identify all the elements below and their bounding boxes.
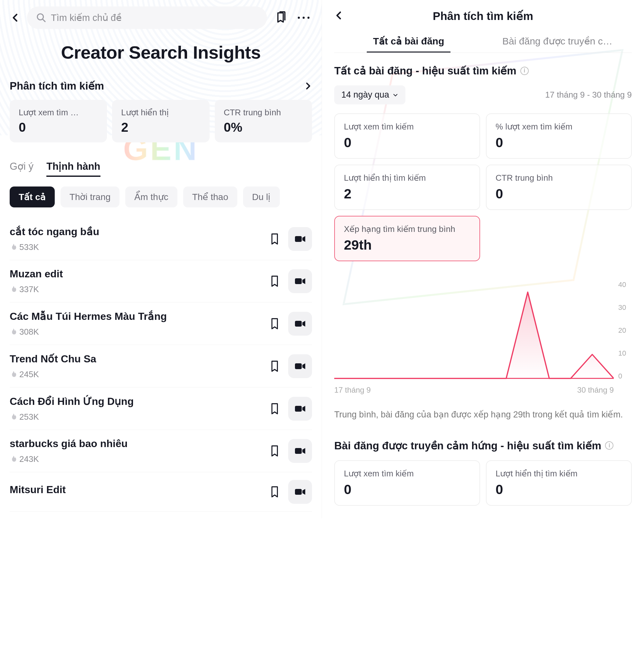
chip-food[interactable]: Ẩm thực — [125, 186, 177, 208]
bookmark-button[interactable] — [268, 317, 282, 331]
stat-card-search-views[interactable]: Lượt xem tìm … 0 — [10, 100, 107, 142]
info-icon[interactable]: i — [520, 67, 529, 75]
chip-travel[interactable]: Du lị — [243, 186, 280, 208]
topic-row[interactable]: Các Mẫu Túi Hermes Màu Trắng308K — [10, 302, 312, 345]
video-button[interactable] — [288, 397, 312, 421]
video-button[interactable] — [288, 227, 312, 251]
topic-actions — [268, 312, 312, 336]
bookmark-icon — [269, 317, 280, 330]
back-button[interactable] — [10, 12, 21, 24]
metric-value: 0 — [344, 482, 470, 497]
stat-label: CTR trung bình — [224, 108, 303, 117]
page-title: Creator Search Insights — [10, 42, 312, 63]
metric-label: CTR trung bình — [496, 173, 622, 183]
analytics-section-label: Phân tích tìm kiếm — [10, 80, 104, 92]
stat-card-impressions[interactable]: Lượt hiển thị 2 — [112, 100, 209, 142]
info-icon[interactable]: i — [605, 441, 613, 450]
section-all-posts-title: Tất cả bài đăng - hiệu suất tìm kiếm — [334, 65, 516, 77]
y-tick: 40 — [618, 281, 626, 289]
flame-icon — [10, 285, 17, 294]
tab-all-posts[interactable]: Tất cả bài đăng — [334, 35, 483, 53]
metric2-search-impressions[interactable]: Lượt hiển thị tìm kiếm 0 — [486, 460, 632, 506]
video-button[interactable] — [288, 269, 312, 293]
metric-avg-ctr[interactable]: CTR trung bình 0 — [486, 165, 632, 210]
svg-rect-11 — [295, 489, 302, 495]
date-range-text: 17 tháng 9 - 30 tháng 9 — [545, 90, 632, 100]
bookmark-button[interactable] — [268, 359, 282, 373]
video-button[interactable] — [288, 480, 312, 504]
topic-info: Các Mẫu Túi Hermes Màu Trắng308K — [10, 310, 167, 337]
topic-row[interactable]: Cách Đổi Hình Ứng Dụng253K — [10, 387, 312, 430]
video-button[interactable] — [288, 354, 312, 378]
metric-value: 0 — [496, 186, 622, 202]
tab-suggest[interactable]: Gợi ý — [10, 160, 33, 177]
video-icon — [295, 447, 305, 455]
topic-row[interactable]: starbucks giá bao nhiêu243K — [10, 430, 312, 472]
chevron-down-icon — [392, 92, 398, 98]
video-button[interactable] — [288, 312, 312, 336]
metric-pct-search-views[interactable]: % lượt xem tìm kiếm 0 — [486, 113, 632, 159]
svg-line-1 — [43, 19, 45, 22]
chart-x-axis: 17 tháng 9 30 tháng 9 — [334, 386, 632, 395]
tab-trending[interactable]: Thịnh hành — [46, 160, 100, 177]
stats-row: Lượt xem tìm … 0 Lượt hiển thị 2 CTR tru… — [10, 100, 312, 142]
bookmark-button[interactable] — [268, 485, 282, 499]
metric-search-impressions[interactable]: Lượt hiển thị tìm kiếm 2 — [334, 165, 480, 210]
topic-meta: 337K — [10, 284, 63, 295]
bookmark-button[interactable] — [268, 402, 282, 416]
left-panel: GEN Tìm kiếm chủ đề Creator Search Insig… — [0, 0, 322, 518]
topic-info: Muzan edit337K — [10, 268, 63, 295]
search-input[interactable]: Tìm kiếm chủ đề — [27, 6, 267, 29]
tab-inspired-posts[interactable]: Bài đăng được truyền c… — [483, 35, 632, 53]
metric2-search-views[interactable]: Lượt xem tìm kiếm 0 — [334, 460, 480, 506]
search-icon — [36, 13, 46, 23]
metric-avg-rank[interactable]: Xếp hạng tìm kiếm trung bình 29th — [334, 216, 480, 261]
analytics-section-link[interactable]: Phân tích tìm kiếm — [10, 80, 312, 92]
topic-row[interactable]: Trend Nốt Chu Sa245K — [10, 345, 312, 387]
bookmark-button[interactable] — [268, 444, 282, 458]
topic-row[interactable]: Mitsuri Edit — [10, 472, 312, 512]
chip-fashion[interactable]: Thời trang — [60, 186, 120, 208]
video-button[interactable] — [288, 439, 312, 463]
metric-label: Lượt hiển thị tìm kiếm — [496, 469, 622, 479]
svg-point-4 — [307, 17, 310, 19]
ellipsis-icon — [297, 16, 310, 19]
topic-meta: 245K — [10, 369, 96, 380]
metric-search-views[interactable]: Lượt xem tìm kiếm 0 — [334, 113, 480, 159]
topic-row[interactable]: Muzan edit337K — [10, 260, 312, 302]
metric-grid-2: Lượt xem tìm kiếm 0 Lượt hiển thị tìm ki… — [334, 460, 632, 506]
bookmark-button[interactable] — [268, 232, 282, 246]
bookmarks-button[interactable] — [273, 9, 289, 26]
video-icon — [295, 320, 305, 328]
more-button[interactable] — [295, 9, 312, 26]
topic-title: Muzan edit — [10, 268, 63, 280]
topic-actions — [268, 397, 312, 421]
date-filter-label: 14 ngày qua — [341, 90, 389, 100]
metric-value: 29th — [344, 237, 470, 253]
bookmark-icon — [269, 275, 280, 288]
right-panel: Phân tích tìm kiếm Tất cả bài đăng Bài đ… — [322, 0, 644, 518]
chevron-left-icon — [11, 13, 20, 23]
svg-rect-10 — [295, 448, 302, 454]
stat-card-ctr[interactable]: CTR trung bình 0% — [215, 100, 312, 142]
back-button[interactable] — [334, 11, 344, 22]
metric-label: Lượt xem tìm kiếm — [344, 469, 470, 479]
topic-count: 245K — [19, 369, 39, 380]
topic-title: starbucks giá bao nhiêu — [10, 438, 128, 450]
video-icon — [295, 235, 305, 243]
topic-actions — [268, 269, 312, 293]
date-filter-dropdown[interactable]: 14 ngày qua — [334, 85, 405, 104]
category-chips: Tất cả Thời trang Ẩm thực Thể thao Du lị — [10, 186, 312, 208]
topic-info: Cách Đổi Hình Ứng Dụng253K — [10, 395, 134, 422]
bookmark-button[interactable] — [268, 274, 282, 288]
chip-sports[interactable]: Thể thao — [183, 186, 237, 208]
bookmark-stack-icon — [275, 11, 288, 24]
svg-rect-5 — [295, 236, 302, 242]
topic-title: Trend Nốt Chu Sa — [10, 353, 96, 365]
video-icon — [295, 405, 305, 413]
chip-all[interactable]: Tất cả — [10, 186, 55, 208]
topic-row[interactable]: cắt tóc ngang bầu533K — [10, 218, 312, 260]
section-inspired-title: Bài đăng được truyền cảm hứng - hiệu suấ… — [334, 439, 601, 452]
svg-rect-8 — [295, 363, 302, 369]
topic-meta: 533K — [10, 242, 99, 252]
